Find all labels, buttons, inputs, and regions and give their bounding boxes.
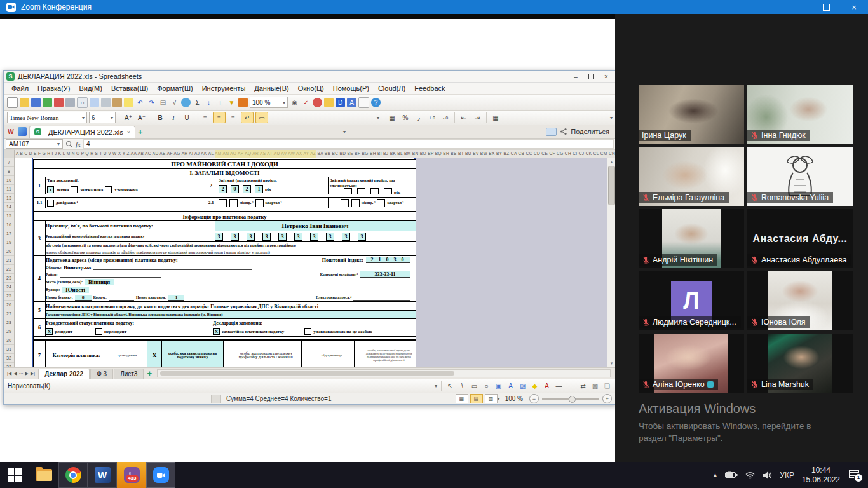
increase-decimal-button[interactable]: +.0 [426,112,438,123]
digit-box[interactable]: 3 [294,233,302,241]
checkbox-zvitna-nova[interactable] [71,186,78,193]
assistant-icon[interactable]: A [347,98,356,107]
participant-tile[interactable]: Л Людмила Середницк... [639,271,744,330]
row-header-33[interactable]: 33 [4,363,14,367]
horizontal-scrollbar[interactable] [157,369,611,377]
sheet-tab-0[interactable]: Деклар 2022 [38,369,90,379]
row-header-27[interactable]: 27 [4,309,14,318]
participant-tile[interactable]: Ірина Царук [639,85,744,144]
row-header-22[interactable]: 22 [4,265,14,274]
align-left-button[interactable]: ≡ [200,112,211,123]
zoom-taskbar-button[interactable] [146,462,175,488]
controlling-org-value[interactable]: Головне управління ДПС у Вінницькій обла… [46,313,223,316]
shrink-font-button[interactable]: A⁻ [136,112,147,123]
file-explorer-button[interactable] [29,462,58,488]
cube-app-icon[interactable] [18,127,27,136]
close-tab-icon[interactable]: × [127,129,130,135]
last-sheet-icon[interactable]: ▶| [31,371,35,376]
cell-name-box[interactable]: AM107▾ [6,139,63,149]
shape-rect-icon[interactable]: ▭ [470,381,479,391]
autofilter-icon[interactable]: ▼ [227,98,236,107]
scrollbar-thumb[interactable] [608,166,615,205]
street-value[interactable]: Юності [62,287,89,293]
digit-box[interactable]: 3 [358,233,366,241]
export-icon[interactable] [43,98,52,107]
zoom-slider[interactable]: − + [529,394,612,403]
menu-item-2[interactable]: Вид(М) [76,84,106,93]
dash-style-icon[interactable]: ╌ [566,381,576,391]
font-color-icon[interactable]: A [542,381,552,391]
select-all-corner[interactable] [4,150,15,158]
wifi-icon[interactable] [745,471,755,479]
misto-value[interactable]: Вінниця [85,279,114,285]
digit-box[interactable]: 2 [219,185,227,193]
column-headers[interactable]: A B C D E F G H I J K L M N O P Q R S T … [4,150,616,158]
app-close-button[interactable]: × [599,72,613,81]
decrease-indent-button[interactable]: ⇤ [458,112,470,123]
participant-tile[interactable]: Аліна Юренко [639,334,744,393]
category-citizen[interactable]: громадянин [107,341,147,367]
menu-item-1[interactable]: Правка(У) [34,84,74,93]
empty-digit-box[interactable] [351,199,360,207]
decrease-decimal-button[interactable]: -.0 [440,112,451,123]
category-entrepreneur[interactable]: підприємець [309,341,355,367]
new-tab-button[interactable]: + [138,127,143,137]
phone-value[interactable]: 333-33-11 [360,271,410,278]
row-headers[interactable]: 7810111314151617192021222324252627282930… [4,158,15,367]
start-button[interactable] [0,462,29,488]
speaker-icon[interactable] [763,471,772,479]
digit-box[interactable]: 3 [310,233,318,241]
text-box-icon[interactable]: ▣ [494,381,503,391]
wrap-text-button[interactable]: ↵ [241,112,254,123]
sort-ascending-icon[interactable]: ↓ [204,98,214,107]
sort-descending-icon[interactable]: ↑ [215,98,225,107]
chrome-button[interactable] [58,462,88,488]
wordart-icon[interactable]: A [506,381,515,391]
worksheet-grid[interactable]: 7810111314151617192021222324252627282930… [4,158,616,367]
digit-box[interactable]: 3 [215,233,223,241]
globe-icon[interactable] [181,98,191,107]
arrow-style-icon[interactable]: ⇄ [578,381,588,391]
sheet-tab-1[interactable]: Ф 3 [90,369,113,379]
percent-style-button[interactable]: % [400,112,411,123]
house-value[interactable]: 8 [75,295,92,301]
document-tab[interactable]: S ДЕКЛАРАЦИЯ 2022.xls × [29,126,135,138]
row-header-7[interactable]: 7 [4,158,14,167]
skin-icon[interactable] [358,97,369,108]
record-macro-icon[interactable] [211,395,221,403]
word-button[interactable]: W [88,462,117,488]
viber-button[interactable]: 433 [117,462,146,488]
zoom-knob[interactable] [569,396,576,403]
row-header-28[interactable]: 28 [4,318,14,327]
app-minimize-button[interactable]: – [569,72,583,81]
scroll-down-icon[interactable]: ▼ [610,360,614,367]
translate-icon[interactable] [313,98,322,107]
empty-digit-box[interactable] [219,199,227,207]
digit-box[interactable]: 2 [243,185,251,193]
copy-icon[interactable] [90,98,99,107]
checkbox-nonresident[interactable] [95,328,102,335]
row-header-16[interactable]: 16 [4,220,14,229]
digit-box[interactable]: 3 [278,233,287,241]
checkbox-self-filled[interactable]: X [213,328,220,335]
find-binoculars-icon[interactable]: ◉ [290,98,299,107]
app-restore-button[interactable] [584,72,598,81]
empty-digit-box[interactable] [370,188,379,194]
cut-icon[interactable] [101,98,111,107]
bold-button[interactable]: B [154,112,166,123]
docer-icon[interactable]: D [336,98,345,107]
undo-icon[interactable]: ↶ [135,98,145,107]
page-break-view-button[interactable]: ▥ [485,394,498,403]
formula-sqrt-icon[interactable]: √ [170,98,179,107]
row-header-26[interactable]: 26 [4,301,14,309]
language-indicator[interactable]: УКР [780,471,794,480]
row-header-24[interactable]: 24 [4,283,14,292]
sheet-list-icon[interactable]: ⋯ [19,371,24,376]
participant-tile[interactable]: Інна Гнидюк [747,85,853,144]
help-icon[interactable]: ? [371,98,381,107]
row-header-11[interactable]: 11 [4,185,14,194]
oblast-value[interactable]: Вінницька [64,264,92,271]
fill-color-icon[interactable]: ◆ [530,381,539,391]
empty-digit-box[interactable] [384,188,392,194]
digit-box[interactable]: 1 [255,185,263,193]
